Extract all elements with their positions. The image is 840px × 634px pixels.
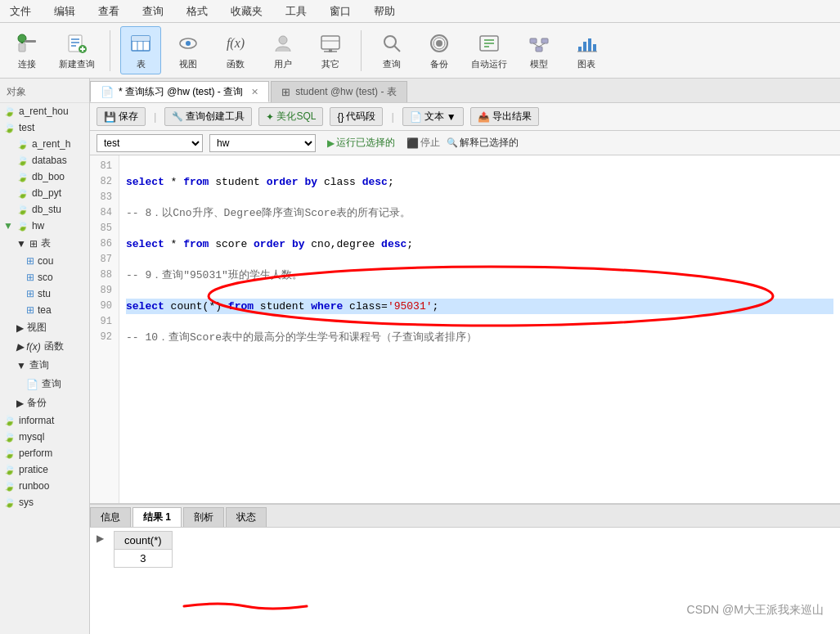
sidebar-item-a-rent-h[interactable]: 🍃 a_rent_h [0,136,89,152]
explain-button[interactable]: 🔍 解释已选择的 [447,136,519,150]
export-button[interactable]: 📤 导出结果 [470,107,539,126]
menu-query[interactable]: 查询 [139,2,167,20]
menu-help[interactable]: 帮助 [371,2,398,20]
model-icon [526,30,552,56]
beautify-sql-button[interactable]: ✦ 美化SQL [258,107,323,126]
result-tab-status[interactable]: 状态 [226,507,267,527]
tab-query-icon: 📄 [101,86,114,98]
tab-student-label: student @hw (test) - 表 [295,85,397,99]
new-query-label: 新建查询 [59,58,95,70]
svg-rect-32 [530,38,537,43]
tool-new-query[interactable]: 新建查询 [54,27,100,74]
sidebar-item-stu[interactable]: ⊞ stu [0,286,89,302]
red-underline-annotation [180,601,311,611]
toolbar-divider-1 [110,30,110,71]
tool-other[interactable]: 其它 [310,27,351,74]
sidebar-item-databas[interactable]: 🍃 databas [0,152,89,169]
tab-student[interactable]: ⊞ student @hw (test) - 表 [271,81,407,102]
code-line-81 [126,159,833,174]
sidebar-item-db-stu[interactable]: 🍃 db_stu [0,201,89,218]
svg-point-26 [436,40,442,47]
query-builder-button[interactable]: 🔧 查询创建工具 [164,107,252,126]
svg-rect-39 [588,38,591,52]
run-icon: ▶ [327,137,335,149]
code-line-82: select * from student order by class des… [126,174,833,190]
tool-query[interactable]: 查询 [371,27,412,74]
menu-file[interactable]: 文件 [7,2,34,20]
content-area: 📄 * 查询练习 @hw (test) - 查询 ✕ ⊞ student @hw… [90,79,840,634]
svg-rect-34 [536,47,542,52]
sidebar-item-queries-folder[interactable]: ▼ 查询 [0,356,89,375]
menu-edit[interactable]: 编辑 [51,2,79,20]
tab-bar: 📄 * 查询练习 @hw (test) - 查询 ✕ ⊞ student @hw… [90,79,840,103]
tool-view[interactable]: 视图 [168,27,209,74]
function-icon: f(x) [222,30,249,56]
tool-table[interactable]: 表 [120,26,161,74]
code-line-85 [126,221,833,236]
sidebar-item-functions-folder[interactable]: ▶ f(x) 函数 [0,337,89,356]
sidebar-item-hw[interactable]: ▼ 🍃 hw [0,218,89,234]
sidebar-item-cou[interactable]: ⊞ cou [0,253,89,269]
sidebar-item-perform[interactable]: 🍃 perform [0,445,89,461]
db1-select[interactable]: test [97,134,203,152]
sidebar-item-views-folder[interactable]: ▶ 视图 [0,318,89,337]
run-button[interactable]: ▶ 运行已选择的 [322,134,400,151]
result-tab-profile[interactable]: 剖析 [183,507,224,527]
code-snippet-button[interactable]: {} 代码段 [330,107,383,126]
tool-chart[interactable]: 图表 [566,27,607,74]
sidebar-item-pratice[interactable]: 🍃 pratice [0,461,89,478]
tool-backup[interactable]: 备份 [419,27,460,74]
svg-rect-1 [25,40,36,43]
code-line-90: select count(*) from student where class… [126,299,833,314]
tab-close-icon[interactable]: ✕ [251,87,258,97]
tool-connect[interactable]: 连接 [7,27,47,74]
db2-select[interactable]: hw [209,134,316,152]
tab-query[interactable]: 📄 * 查询练习 @hw (test) - 查询 ✕ [90,81,269,102]
auto-run-label: 自动运行 [471,58,507,70]
connect-icon [14,30,40,56]
result-tab-info[interactable]: 信息 [90,507,131,527]
menu-favorites[interactable]: 收藏夹 [227,2,266,20]
code-content[interactable]: select * from student order by class des… [119,155,840,503]
sidebar-item-query-file[interactable]: 📄 查询 [0,375,89,393]
sidebar-item-a-rent-hou[interactable]: 🍃 a_rent_hou [0,103,89,119]
export-icon: 📤 [478,111,490,123]
sidebar-item-db-pyt[interactable]: 🍃 db_pyt [0,185,89,201]
menu-tools[interactable]: 工具 [282,2,310,20]
sidebar-item-sys[interactable]: 🍃 sys [0,494,89,510]
row-indicator: ▶ [93,531,107,631]
view-label: 视图 [179,58,197,70]
text-button[interactable]: 📄 文本 ▼ [402,107,464,126]
tool-user[interactable]: 用户 [263,27,303,74]
explain-icon: 🔍 [447,137,458,148]
menu-format[interactable]: 格式 [183,2,211,20]
stop-button[interactable]: ⬛ 停止 [407,136,440,150]
user-icon [270,30,296,56]
beautify-icon: ✦ [266,111,274,123]
result-table-container: count(*) 3 [114,531,173,631]
sidebar-item-db-boo[interactable]: 🍃 db_boo [0,169,89,185]
sidebar-item-test[interactable]: 🍃 test [0,119,89,136]
sidebar-item-informat[interactable]: 🍃 informat [0,412,89,429]
code-editor[interactable]: 81 82 83 84 85 86 87 88 89 90 91 92 sele… [90,155,840,503]
result-tab-result1[interactable]: 结果 1 [133,507,182,527]
tool-auto-run[interactable]: 自动运行 [466,27,512,74]
menu-window[interactable]: 窗口 [326,2,354,20]
menu-bar: 文件 编辑 查看 查询 格式 收藏夹 工具 窗口 帮助 [0,0,840,23]
sidebar-item-sco[interactable]: ⊞ sco [0,269,89,286]
save-button[interactable]: 💾 保存 [97,107,146,126]
table-label: 表 [137,58,146,70]
sidebar-item-runboo[interactable]: 🍃 runboo [0,478,89,494]
sidebar-item-backup-folder[interactable]: ▶ 备份 [0,393,89,412]
text-label: 文本 [424,110,444,124]
sidebar-item-mysql[interactable]: 🍃 mysql [0,429,89,445]
code-snippet-icon: {} [337,111,344,123]
tool-function[interactable]: f(x) 函数 [215,27,256,74]
menu-view[interactable]: 查看 [95,2,123,20]
stop-icon: ⬛ [407,137,419,149]
new-query-icon [64,30,90,56]
tool-model[interactable]: 模型 [519,27,559,74]
main-layout: 对象 🍃 a_rent_hou 🍃 test 🍃 a_rent_h 🍃 data… [0,79,840,634]
sidebar-item-tables-folder[interactable]: ▼ ⊞ 表 [0,234,89,253]
sidebar-item-tea[interactable]: ⊞ tea [0,302,89,318]
